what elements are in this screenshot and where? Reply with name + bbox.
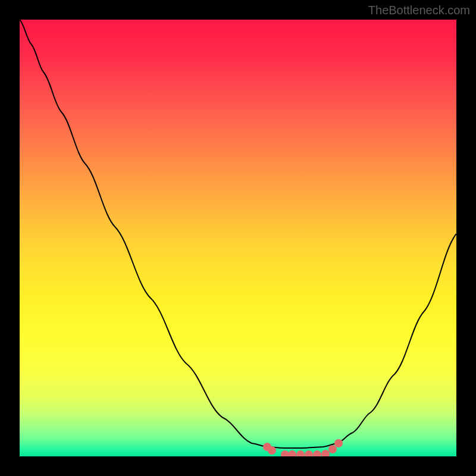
highlight-dot <box>313 450 321 456</box>
watermark-text: TheBottleneck.com <box>368 4 470 17</box>
highlight-dot <box>305 450 313 456</box>
highlight-dot <box>268 446 276 455</box>
plot-area <box>20 20 456 456</box>
highlight-dot <box>296 450 305 456</box>
highlight-dot <box>281 450 289 456</box>
highlight-dot <box>288 450 296 456</box>
highlight-dot <box>334 439 343 447</box>
bottleneck-curve <box>20 20 456 448</box>
highlight-dot <box>328 445 337 453</box>
highlight-dot <box>321 450 330 456</box>
chart-svg <box>20 20 456 456</box>
